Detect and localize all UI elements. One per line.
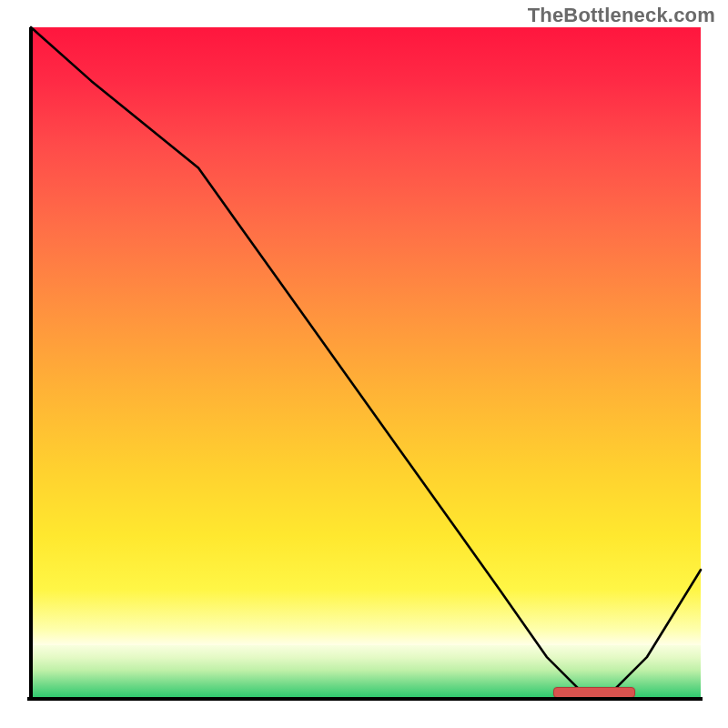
x-axis [27, 697, 703, 701]
curve-layer [31, 27, 701, 697]
bottleneck-curve [31, 27, 701, 691]
plot-area [31, 27, 701, 697]
y-axis [29, 27, 33, 701]
chart-container: TheBottleneck.com [0, 0, 728, 728]
watermark-text: TheBottleneck.com [528, 4, 715, 27]
